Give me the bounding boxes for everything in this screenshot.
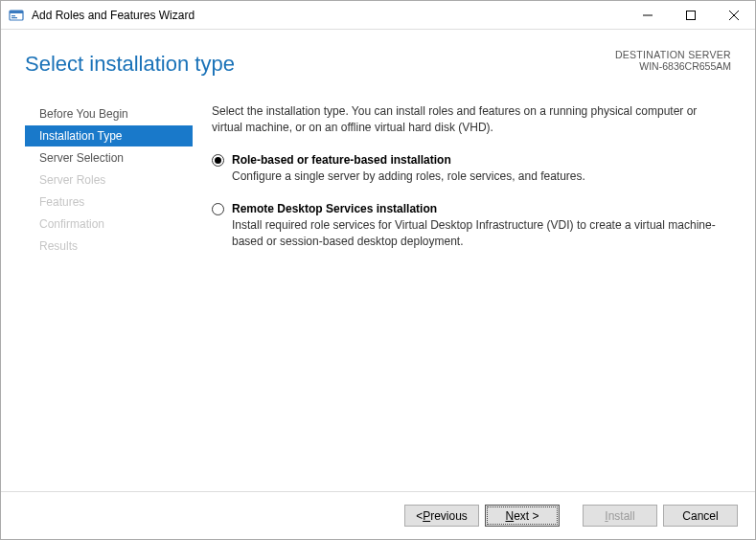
svg-rect-1 — [10, 11, 23, 13]
option-body: Role-based or feature-based installation… — [232, 152, 585, 186]
destination-name: WIN-6836CR655AM — [615, 60, 731, 72]
option-title: Role-based or feature-based installation — [232, 152, 585, 169]
main-pane: Select the installation type. You can in… — [193, 103, 731, 266]
sidebar-item-server-roles: Server Roles — [25, 169, 193, 191]
intro-text: Select the installation type. You can in… — [212, 103, 726, 137]
next-button[interactable]: Next > — [485, 505, 560, 527]
window-controls — [626, 1, 755, 29]
option-desc: Configure a single server by adding role… — [232, 169, 585, 185]
svg-rect-5 — [686, 11, 695, 19]
sidebar-item-features: Features — [25, 191, 193, 213]
sidebar-item-server-selection[interactable]: Server Selection — [25, 147, 193, 169]
minimize-button[interactable] — [626, 1, 669, 29]
option-title: Remote Desktop Services installation — [232, 201, 726, 217]
window-title: Add Roles and Features Wizard — [32, 9, 195, 22]
option-role-based[interactable]: Role-based or feature-based installation… — [212, 152, 726, 186]
content-area: Select installation type DESTINATION SER… — [1, 30, 755, 491]
destination-server-info: DESTINATION SERVER WIN-6836CR655AM — [615, 49, 731, 72]
sidebar-item-results: Results — [25, 236, 193, 257]
sidebar-item-installation-type[interactable]: Installation Type — [25, 125, 193, 146]
close-button[interactable] — [712, 1, 755, 29]
option-remote-desktop[interactable]: Remote Desktop Services installation Ins… — [212, 201, 726, 251]
option-body: Remote Desktop Services installation Ins… — [232, 201, 726, 251]
option-desc: Install required role services for Virtu… — [232, 217, 726, 251]
svg-rect-3 — [11, 17, 17, 18]
maximize-button[interactable] — [669, 1, 712, 29]
sidebar-item-before-you-begin[interactable]: Before You Begin — [25, 103, 193, 124]
app-icon — [7, 6, 26, 25]
wizard-footer: < Previous Next > Install Cancel — [1, 491, 755, 539]
sidebar-item-confirmation: Confirmation — [25, 214, 193, 235]
cancel-button[interactable]: Cancel — [663, 505, 738, 527]
previous-button[interactable]: < Previous — [404, 505, 479, 527]
titlebar: Add Roles and Features Wizard — [1, 1, 755, 30]
destination-label: DESTINATION SERVER — [615, 49, 731, 60]
svg-rect-2 — [11, 15, 15, 16]
radio-icon[interactable] — [212, 154, 224, 167]
install-button: Install — [583, 505, 657, 527]
radio-icon[interactable] — [212, 203, 224, 215]
wizard-sidebar: Before You Begin Installation Type Serve… — [25, 103, 193, 266]
